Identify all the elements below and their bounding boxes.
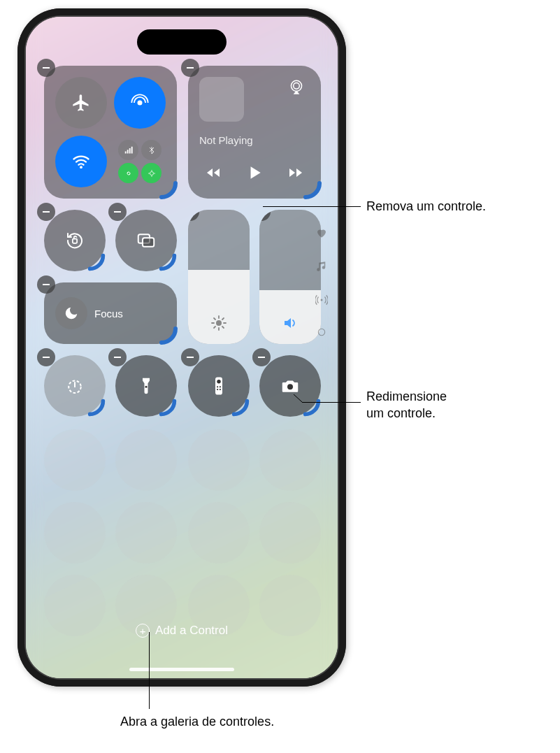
airplay-button[interactable] — [287, 78, 308, 99]
circle-icon — [317, 327, 326, 337]
airdrop-toggle[interactable] — [114, 77, 166, 129]
svg-point-20 — [220, 389, 221, 390]
remove-remote-button[interactable] — [181, 348, 199, 366]
home-indicator[interactable] — [129, 668, 234, 671]
bluetooth-icon — [148, 146, 156, 155]
bluetooth-toggle[interactable] — [141, 140, 161, 160]
callout-resize: Redimensione um controle. — [366, 388, 447, 422]
svg-rect-5 — [131, 146, 132, 153]
airplane-mode-toggle[interactable] — [55, 77, 107, 129]
remove-focus-button[interactable] — [37, 275, 55, 294]
callout-line-gallery — [149, 632, 150, 709]
screen-mirroring-icon — [136, 230, 157, 251]
empty-slot[interactable] — [259, 575, 321, 636]
heart-icon — [315, 227, 328, 239]
now-playing-label: Not Playing — [199, 134, 253, 146]
empty-slot[interactable] — [44, 575, 106, 636]
resize-timer-handle[interactable] — [86, 397, 108, 419]
svg-point-17 — [217, 386, 218, 387]
page-indicator[interactable] — [315, 227, 328, 337]
svg-point-6 — [150, 171, 153, 175]
svg-point-16 — [217, 380, 221, 384]
remove-media-button[interactable] — [181, 59, 199, 77]
focus-mode-button[interactable] — [55, 297, 87, 329]
brightness-slider[interactable] — [188, 210, 250, 344]
empty-slot[interactable] — [115, 429, 177, 491]
remove-brightness-button[interactable] — [188, 210, 199, 221]
svg-point-8 — [294, 83, 300, 89]
resize-media-handle[interactable] — [301, 179, 324, 201]
camera-icon — [280, 375, 301, 396]
remove-orientation-lock-button[interactable] — [37, 203, 55, 221]
svg-rect-3 — [127, 150, 128, 153]
timer-icon — [64, 375, 85, 396]
empty-slot[interactable] — [259, 429, 321, 491]
focus-tile[interactable]: Focus — [44, 282, 177, 344]
personal-hotspot-toggle[interactable] — [118, 163, 138, 183]
satellite-icon — [148, 169, 156, 178]
empty-slot[interactable] — [259, 502, 321, 564]
empty-slot[interactable] — [115, 502, 177, 564]
empty-slot[interactable] — [188, 502, 250, 564]
remove-timer-button[interactable] — [37, 348, 55, 366]
callout-remove: Remova um controle. — [366, 198, 486, 215]
apple-tv-remote-tile[interactable] — [188, 355, 250, 417]
resize-flashlight-handle[interactable] — [157, 397, 180, 419]
focus-label: Focus — [94, 308, 123, 320]
callout-gallery: Abra a galeria de controles. — [120, 713, 274, 730]
svg-point-18 — [220, 386, 221, 387]
airplane-icon — [71, 93, 91, 113]
control-center-edit-mode: Not Playing — [26, 17, 338, 678]
screen: Not Playing — [26, 17, 338, 678]
svg-point-23 — [318, 329, 324, 335]
iphone-frame: Not Playing — [17, 8, 346, 687]
album-art-placeholder — [199, 77, 244, 122]
empty-slot[interactable] — [44, 502, 106, 564]
apple-tv-remote-icon — [208, 375, 229, 396]
svg-point-1 — [80, 166, 82, 168]
media-tile[interactable]: Not Playing — [188, 66, 321, 199]
play-button[interactable] — [245, 164, 264, 185]
cellular-toggle[interactable] — [118, 140, 138, 160]
volume-slider[interactable] — [259, 210, 321, 344]
dynamic-island — [137, 29, 227, 55]
resize-screen-mirroring-handle[interactable] — [157, 252, 180, 274]
svg-line-24 — [294, 394, 302, 402]
remove-screen-mirroring-button[interactable] — [108, 203, 127, 221]
remove-volume-button[interactable] — [259, 210, 271, 221]
empty-slot[interactable] — [44, 429, 106, 491]
callout-resize-line1: Redimensione — [366, 389, 447, 403]
moon-icon — [64, 306, 79, 321]
resize-focus-handle[interactable] — [157, 324, 180, 347]
svg-point-12 — [216, 320, 222, 326]
camera-tile[interactable] — [259, 355, 321, 417]
speaker-icon — [282, 315, 299, 334]
svg-rect-11 — [143, 238, 154, 247]
orientation-lock-tile[interactable] — [44, 210, 106, 271]
callout-line-remove — [263, 206, 361, 207]
airplay-icon — [287, 78, 306, 96]
remove-camera-button[interactable] — [252, 348, 271, 366]
empty-slot[interactable] — [188, 429, 250, 491]
resize-remote-handle[interactable] — [230, 397, 252, 419]
callout-resize-line2: um controle. — [366, 406, 436, 420]
resize-connectivity-handle[interactable] — [157, 179, 180, 201]
cellular-bars-icon — [124, 146, 133, 155]
svg-point-22 — [321, 299, 323, 301]
wifi-toggle[interactable] — [55, 136, 107, 187]
timer-tile[interactable] — [44, 355, 106, 417]
play-icon — [245, 164, 264, 182]
screen-mirroring-tile[interactable] — [115, 210, 177, 271]
antenna-icon — [315, 294, 328, 306]
flashlight-icon — [136, 375, 157, 396]
music-note-icon — [315, 260, 328, 273]
remove-flashlight-button[interactable] — [108, 348, 127, 366]
rewind-button[interactable] — [205, 164, 222, 184]
svg-point-14 — [145, 386, 148, 388]
svg-rect-9 — [73, 239, 77, 243]
remove-connectivity-button[interactable] — [37, 59, 55, 77]
connectivity-tile[interactable] — [44, 66, 177, 199]
resize-orientation-handle[interactable] — [86, 252, 108, 274]
flashlight-tile[interactable] — [115, 355, 177, 417]
svg-rect-4 — [129, 148, 130, 154]
